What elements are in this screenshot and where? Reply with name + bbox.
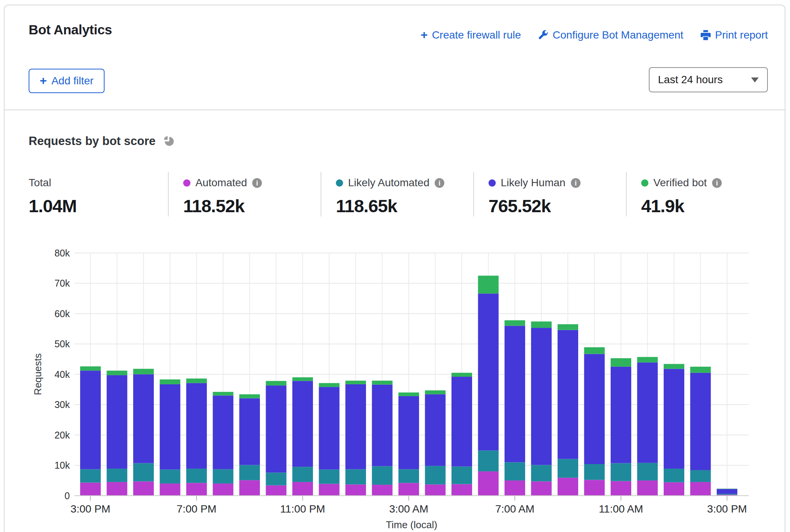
- bar-segment[interactable]: [637, 480, 658, 496]
- bar-segment[interactable]: [292, 482, 313, 496]
- bar-segment[interactable]: [266, 385, 287, 472]
- bar-segment[interactable]: [717, 488, 737, 489]
- bar-segment[interactable]: [319, 387, 340, 469]
- bar-segment[interactable]: [160, 379, 181, 384]
- bar-segment[interactable]: [611, 463, 631, 481]
- bar-segment[interactable]: [213, 469, 234, 484]
- bar-segment[interactable]: [531, 481, 552, 495]
- bar-segment[interactable]: [213, 484, 234, 496]
- bar-segment[interactable]: [107, 469, 127, 482]
- bar-segment[interactable]: [213, 395, 234, 469]
- bar-segment[interactable]: [372, 380, 393, 384]
- info-icon[interactable]: i: [712, 178, 722, 188]
- bar-segment[interactable]: [690, 470, 711, 482]
- bar-segment[interactable]: [637, 357, 658, 362]
- bar-segment[interactable]: [690, 373, 711, 470]
- bar-segment[interactable]: [505, 480, 525, 496]
- bar-segment[interactable]: [558, 330, 578, 459]
- bar-segment[interactable]: [80, 366, 101, 371]
- bar-segment[interactable]: [451, 377, 472, 466]
- bar-segment[interactable]: [505, 462, 525, 480]
- bar-segment[interactable]: [398, 483, 419, 495]
- bar-segment[interactable]: [584, 354, 605, 464]
- bar-segment[interactable]: [558, 478, 578, 496]
- bar-segment[interactable]: [133, 463, 154, 482]
- bar-segment[interactable]: [266, 485, 287, 496]
- bar-segment[interactable]: [239, 394, 260, 398]
- bar-segment[interactable]: [451, 466, 472, 484]
- bar-segment[interactable]: [531, 465, 552, 481]
- bar-segment[interactable]: [425, 466, 446, 484]
- bar-segment[interactable]: [611, 367, 631, 463]
- bar-segment[interactable]: [611, 358, 631, 367]
- bar-segment[interactable]: [160, 384, 181, 469]
- bar-segment[interactable]: [478, 471, 499, 496]
- bar-segment[interactable]: [319, 484, 340, 496]
- bar-segment[interactable]: [664, 364, 684, 369]
- bar-segment[interactable]: [531, 328, 552, 465]
- bar-segment[interactable]: [637, 463, 658, 480]
- bar-segment[interactable]: [637, 363, 658, 463]
- bar-segment[interactable]: [531, 321, 552, 328]
- bar-segment[interactable]: [160, 484, 181, 496]
- bar-segment[interactable]: [186, 469, 207, 483]
- bar-segment[interactable]: [319, 469, 340, 484]
- bar-segment[interactable]: [611, 481, 631, 496]
- bar-segment[interactable]: [451, 484, 472, 495]
- bar-segment[interactable]: [398, 469, 419, 483]
- bar-segment[interactable]: [558, 324, 578, 330]
- bar-segment[interactable]: [186, 483, 207, 495]
- bar-segment[interactable]: [292, 381, 313, 467]
- bar-segment[interactable]: [160, 469, 181, 484]
- bar-segment[interactable]: [398, 392, 419, 396]
- bar-segment[interactable]: [478, 276, 499, 293]
- bar-segment[interactable]: [345, 384, 366, 469]
- time-range-select[interactable]: Last 24 hours: [649, 67, 768, 92]
- bar-segment[interactable]: [425, 484, 446, 495]
- bar-segment[interactable]: [717, 489, 737, 494]
- bar-segment[interactable]: [398, 396, 419, 469]
- bar-segment[interactable]: [584, 480, 605, 495]
- bar-segment[interactable]: [372, 485, 393, 496]
- bar-segment[interactable]: [239, 465, 260, 480]
- bar-segment[interactable]: [425, 390, 446, 394]
- bar-segment[interactable]: [319, 383, 340, 387]
- bar-segment[interactable]: [107, 482, 127, 496]
- create-firewall-rule-link[interactable]: + Create firewall rule: [421, 29, 521, 41]
- bar-segment[interactable]: [664, 369, 684, 469]
- bar-segment[interactable]: [107, 371, 127, 375]
- bar-segment[interactable]: [266, 381, 287, 385]
- bar-segment[interactable]: [478, 450, 499, 471]
- bar-segment[interactable]: [478, 293, 499, 450]
- bar-segment[interactable]: [505, 326, 525, 463]
- bar-segment[interactable]: [345, 380, 366, 384]
- bar-segment[interactable]: [239, 398, 260, 465]
- bar-segment[interactable]: [372, 466, 393, 485]
- configure-bot-management-link[interactable]: Configure Bot Management: [538, 29, 683, 41]
- info-icon[interactable]: i: [252, 178, 262, 188]
- info-icon[interactable]: i: [571, 178, 581, 188]
- bar-segment[interactable]: [186, 379, 207, 383]
- bar-segment[interactable]: [690, 367, 711, 373]
- bar-segment[interactable]: [584, 464, 605, 480]
- bar-segment[interactable]: [690, 482, 711, 496]
- info-icon[interactable]: i: [434, 178, 445, 188]
- bar-segment[interactable]: [266, 472, 287, 485]
- bar-segment[interactable]: [239, 480, 260, 496]
- bar-segment[interactable]: [584, 347, 605, 354]
- bar-segment[interactable]: [664, 469, 684, 482]
- bar-segment[interactable]: [80, 483, 101, 496]
- bar-segment[interactable]: [292, 467, 313, 482]
- bar-segment[interactable]: [345, 469, 366, 485]
- bar-segment[interactable]: [451, 373, 472, 377]
- bar-segment[interactable]: [80, 371, 101, 469]
- bar-segment[interactable]: [133, 369, 154, 374]
- bar-segment[interactable]: [107, 375, 127, 469]
- add-filter-button[interactable]: + Add filter: [29, 69, 105, 93]
- bar-segment[interactable]: [133, 481, 154, 495]
- bar-segment[interactable]: [213, 392, 234, 396]
- bar-segment[interactable]: [664, 482, 684, 496]
- bar-segment[interactable]: [186, 383, 207, 469]
- bar-segment[interactable]: [425, 394, 446, 466]
- bar-segment[interactable]: [133, 374, 154, 463]
